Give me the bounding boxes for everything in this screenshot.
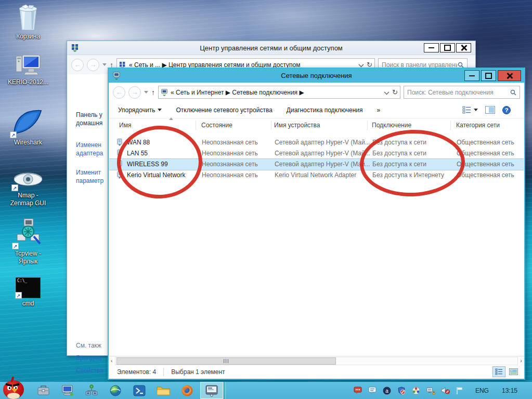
column-header-status[interactable]: Состояние <box>201 122 232 129</box>
cell-status: Неопознанная сеть <box>202 139 258 146</box>
column-separator[interactable] <box>367 121 368 130</box>
search-icon <box>510 89 516 96</box>
firefox-taskbar-button[interactable] <box>180 383 194 397</box>
desktop-icon-recycle-bin[interactable]: Корзина <box>0 3 57 41</box>
back-button[interactable]: ← <box>113 86 125 99</box>
minimize-button[interactable] <box>464 70 479 81</box>
maximize-icon <box>444 45 451 51</box>
language-indicator[interactable]: ENG <box>475 387 489 394</box>
tray-messenger-red-icon[interactable] <box>354 386 362 395</box>
sort-ascending-icon <box>169 117 173 120</box>
desktop-icon-wireshark[interactable]: ↗ Wireshark <box>0 107 57 147</box>
column-header-name[interactable]: Имя <box>119 122 131 129</box>
preview-pane-icon[interactable] <box>485 106 495 114</box>
help-icon[interactable]: ? <box>502 106 511 114</box>
sidebar-item-change-sharing-settings[interactable]: Изменит параметр <box>76 168 103 185</box>
details-view-button[interactable] <box>492 366 505 377</box>
active-window-taskbar-button[interactable] <box>200 382 223 399</box>
folder-icon <box>157 385 170 396</box>
back-button[interactable]: ← <box>71 59 84 71</box>
taskbar-divider <box>225 382 225 399</box>
diagnose-connection-button[interactable]: Диагностика подключения <box>287 107 363 114</box>
minimize-button[interactable] <box>424 43 439 52</box>
breadcrumb[interactable]: « Сеть и Интернет ▶ Сетевые подключения … <box>171 89 382 96</box>
window-titlebar[interactable]: Сетевые подключения <box>109 69 524 83</box>
cell-device: Сетевой адаптер Hyper-V (Май... <box>275 139 370 146</box>
network-places-icon <box>71 44 80 52</box>
shortcut-arrow-icon: ↗ <box>15 292 22 299</box>
desktop-icon-kerio[interactable]: KERIO-2012... <box>0 52 57 86</box>
more-commands-button[interactable]: » <box>377 107 381 114</box>
maximize-icon <box>485 73 492 79</box>
scroll-left-arrow[interactable]: ‹ <box>111 357 113 364</box>
cell-category: Общественная сеть <box>457 171 514 179</box>
desktop-icon-label: cmd <box>0 300 57 308</box>
powershell-taskbar-button[interactable] <box>132 383 146 397</box>
column-separator[interactable] <box>450 121 451 130</box>
column-header-device-name[interactable]: Имя устройства <box>274 122 320 129</box>
computer-taskbar-button[interactable] <box>60 383 74 397</box>
connections-search-input[interactable]: Поиск: Сетевые подключения <box>404 86 520 99</box>
scrollbar-thumb[interactable]: III <box>116 357 336 365</box>
tray-flag-icon[interactable] <box>456 386 464 395</box>
thumbnails-view-button[interactable] <box>507 366 520 377</box>
shortcut-arrow-icon: ↗ <box>11 184 18 191</box>
column-header-connectivity[interactable]: Подключение <box>372 122 411 129</box>
wireshark-fin-icon: ↗ <box>0 107 57 137</box>
organize-button[interactable]: Упорядочить <box>118 107 162 114</box>
column-separator[interactable] <box>196 121 196 130</box>
address-dropdown-icon[interactable] <box>384 89 390 95</box>
cmd-icon: C:\_ ↗ <box>0 275 57 298</box>
server-manager-taskbar-button[interactable] <box>36 383 50 397</box>
sidebar-item-firewall[interactable]: Брандма <box>76 354 102 362</box>
forward-button[interactable]: → <box>128 86 141 99</box>
desktop-screen: Корзина KERIO-2012... ↗ <box>0 0 532 399</box>
close-button[interactable] <box>498 70 521 81</box>
sidebar-item-change-adapter-settings[interactable]: Изменен адаптера <box>76 141 103 157</box>
address-bar[interactable]: « Сеть и Интернет ▶ Сетевые подключения … <box>158 86 400 99</box>
file-explorer-taskbar-button[interactable] <box>156 383 170 397</box>
recent-pages-dropdown-icon[interactable] <box>102 63 107 66</box>
forward-button[interactable]: → <box>87 59 99 71</box>
start-angry-bird-icon[interactable] <box>0 378 29 399</box>
tray-color-wheel-icon[interactable] <box>412 386 421 395</box>
horizontal-scrollbar[interactable]: ‹ › III <box>109 356 524 366</box>
tray-a-circle-icon[interactable]: a <box>383 386 392 395</box>
refresh-icon[interactable]: ↻ <box>392 88 398 96</box>
column-header-network-category[interactable]: Категория сети <box>456 122 500 129</box>
cell-category: Общественная сеть <box>457 161 514 168</box>
up-button[interactable]: ↑ <box>151 88 155 97</box>
window-titlebar[interactable]: Центр управления сетями и общим доступом <box>67 41 475 55</box>
tray-network-warning-icon[interactable] <box>426 386 435 395</box>
maximize-button[interactable] <box>481 70 496 81</box>
status-bar: Элементов: 4 Выбран 1 элемент <box>109 365 524 379</box>
desktop-icon-tcpview[interactable]: ↗ Tcpview - Ярлык <box>0 218 57 265</box>
change-view-button[interactable] <box>462 106 478 114</box>
close-button[interactable] <box>456 43 471 52</box>
maximize-button[interactable] <box>440 43 455 52</box>
disable-device-button[interactable]: Отключение сетевого устройства <box>176 107 272 114</box>
address-dropdown-icon[interactable] <box>359 62 364 67</box>
command-toolbar: Упорядочить Отключение сетевого устройст… <box>109 102 524 118</box>
column-separator[interactable] <box>271 121 271 130</box>
tray-volume-muted-icon[interactable] <box>441 386 450 395</box>
details-view-icon <box>495 368 503 375</box>
recent-pages-dropdown-icon[interactable] <box>144 91 148 94</box>
desktop-icon-cmd[interactable]: C:\_ ↗ cmd <box>0 275 57 308</box>
tray-shield-blocked-icon[interactable] <box>397 386 406 395</box>
scroll-right-arrow[interactable]: › <box>520 357 522 364</box>
network-users-taskbar-button[interactable] <box>84 383 98 397</box>
shortcut-arrow-icon: ↗ <box>10 131 17 138</box>
scrollbar-track[interactable]: III <box>115 357 518 365</box>
svg-text:a: a <box>386 388 389 394</box>
sidebar-item-control-panel-home[interactable]: Панель у домашня <box>76 111 102 127</box>
clock[interactable]: 13:15 <box>502 387 517 394</box>
cell-category: Общественная сеть <box>457 150 514 157</box>
sidebar-item-internet-options[interactable]: Свойства <box>76 366 103 375</box>
cell-status: Неопознанная сеть <box>202 171 258 179</box>
cmd-icon-text: C:\_ <box>17 278 27 283</box>
internet-orb-taskbar-button[interactable] <box>108 383 122 397</box>
desktop-icon-nmap[interactable]: ↗ Nmap - Zenmap GUI <box>0 167 57 207</box>
tray-chat-blue-icon[interactable] <box>368 386 377 395</box>
powershell-icon <box>133 385 146 396</box>
